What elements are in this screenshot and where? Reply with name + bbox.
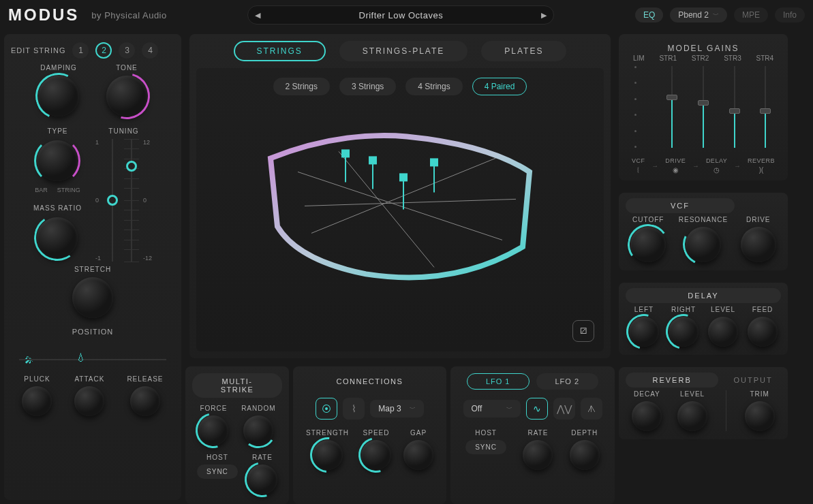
model-gains-title: MODEL GAINS bbox=[626, 41, 781, 54]
connection-mode-spring[interactable]: ⌇ bbox=[343, 398, 365, 420]
lfo-sync-button[interactable]: SYNC bbox=[465, 440, 506, 454]
tab-plates[interactable]: PLATES bbox=[481, 41, 566, 61]
mass-ratio-knob[interactable] bbox=[37, 217, 78, 258]
tuning-slider-fine[interactable] bbox=[124, 139, 139, 262]
preset-bar[interactable]: ◀ Drifter Low Octaves ▶ bbox=[247, 5, 554, 25]
tuning-l-mid: 0 bbox=[95, 197, 101, 204]
string-tab-4[interactable]: 4 bbox=[142, 42, 158, 59]
svg-line-3 bbox=[339, 151, 434, 267]
resonance-knob[interactable] bbox=[686, 227, 721, 262]
vcf-title[interactable]: VCF bbox=[626, 198, 735, 213]
random-knob[interactable] bbox=[243, 415, 273, 445]
gain-slider-str4[interactable] bbox=[763, 66, 768, 148]
multistrike-sync-button[interactable]: SYNC bbox=[197, 464, 238, 479]
reverb-title[interactable]: REVERB bbox=[626, 373, 718, 388]
mpe-button[interactable]: MPE bbox=[734, 7, 768, 22]
string-tab-3[interactable]: 3 bbox=[119, 42, 135, 59]
byline: by Physical Audio bbox=[91, 10, 166, 20]
fx-chain-vcf[interactable]: VCF⧙ bbox=[632, 157, 645, 174]
lfo-tab-1[interactable]: LFO 1 bbox=[467, 373, 530, 390]
string-tab-2[interactable]: 2 bbox=[95, 42, 112, 59]
position-thumb-icon[interactable]: 💧︎ bbox=[76, 352, 86, 363]
release-knob[interactable] bbox=[130, 386, 160, 416]
delay-left-label: LEFT bbox=[634, 306, 654, 313]
gap-knob[interactable] bbox=[403, 440, 433, 470]
gain-label-lim: LIM bbox=[633, 54, 645, 62]
fx-chain-reverb[interactable]: REVERB)( bbox=[748, 157, 775, 174]
strength-label: STRENGTH bbox=[306, 429, 349, 437]
gain-slider-str1[interactable] bbox=[669, 66, 675, 148]
pbend-dropdown[interactable]: Pbend 2 ﹀ bbox=[670, 7, 727, 22]
subtab-4-strings[interactable]: 4 Strings bbox=[405, 78, 462, 95]
string-tab-1[interactable]: 1 bbox=[72, 42, 89, 59]
gain-label-str2: STR2 bbox=[692, 54, 709, 62]
cutoff-knob[interactable] bbox=[630, 227, 666, 262]
lfo-wave-triangle[interactable]: ⋀⋁ bbox=[553, 398, 575, 420]
reverb-level-knob[interactable] bbox=[677, 401, 707, 431]
reverb-decay-knob[interactable] bbox=[632, 401, 662, 431]
lfo-target-dropdown[interactable]: Off ﹀ bbox=[463, 400, 521, 418]
randomize-button[interactable]: ⚂ bbox=[572, 320, 594, 342]
pbend-label: Pbend 2 bbox=[678, 10, 709, 20]
type-knob[interactable] bbox=[37, 140, 78, 181]
gain-slider-str3[interactable] bbox=[732, 66, 737, 148]
subtab-3-strings[interactable]: 3 Strings bbox=[339, 78, 396, 95]
tuning-slider-coarse[interactable] bbox=[105, 139, 120, 262]
tab-strings[interactable]: STRINGS bbox=[234, 41, 326, 61]
fx-chain-delay[interactable]: DELAY◷ bbox=[706, 157, 727, 174]
vcf-drive-knob[interactable] bbox=[741, 227, 776, 262]
map-label: Map 3 bbox=[378, 404, 401, 413]
speed-knob[interactable] bbox=[361, 440, 391, 470]
triangle-icon: ⋀⋁ bbox=[557, 403, 572, 414]
lfo-target-label: Off bbox=[472, 404, 482, 413]
connection-map-dropdown[interactable]: Map 3 ﹀ bbox=[370, 400, 423, 418]
delay-title[interactable]: DELAY bbox=[626, 288, 781, 303]
tone-knob[interactable] bbox=[106, 76, 147, 116]
tuning-l-bot: -1 bbox=[95, 255, 101, 262]
force-knob[interactable] bbox=[198, 415, 228, 445]
eq-button[interactable]: EQ bbox=[635, 7, 663, 22]
svg-rect-9 bbox=[431, 159, 438, 166]
subtab-2-strings[interactable]: 2 Strings bbox=[273, 78, 330, 95]
multistrike-rate-knob[interactable] bbox=[247, 464, 277, 494]
string-editor-panel: EDIT STRING 1 2 3 4 DAMPING TONE TYPE BA… bbox=[4, 34, 181, 500]
reverb-level-label: LEVEL bbox=[680, 390, 705, 398]
lfo-wave-sine[interactable]: ∿ bbox=[526, 398, 548, 420]
info-button[interactable]: Info bbox=[775, 7, 805, 22]
tab-strings-plate[interactable]: STRINGS-PLATE bbox=[339, 41, 467, 61]
preset-prev-button[interactable]: ◀ bbox=[255, 11, 260, 20]
fx-chain-drive[interactable]: DRIVE◉ bbox=[665, 157, 686, 174]
arrow-icon: → bbox=[692, 162, 699, 170]
type-label: TYPE bbox=[47, 127, 67, 135]
gain-label-str3: STR3 bbox=[724, 54, 741, 62]
lfo-tab-2[interactable]: LFO 2 bbox=[536, 373, 599, 390]
lfo-wave-random[interactable]: ⩚ bbox=[581, 398, 602, 420]
stretch-label: STRETCH bbox=[74, 266, 111, 273]
app-logo: MODUS bbox=[8, 5, 79, 25]
tuning-l-top: 1 bbox=[95, 139, 101, 146]
reverb-decay-label: DECAY bbox=[634, 390, 660, 398]
subtab-4-paired[interactable]: 4 Paired bbox=[472, 78, 527, 95]
pluck-knob[interactable] bbox=[22, 386, 52, 416]
position-slider[interactable]: 🎤︎ 💧︎ bbox=[19, 338, 166, 366]
output-trim-knob[interactable] bbox=[745, 401, 775, 431]
delay-right-knob[interactable] bbox=[669, 317, 699, 347]
preset-name[interactable]: Drifter Low Octaves bbox=[260, 10, 541, 20]
delay-left-knob[interactable] bbox=[629, 317, 659, 347]
lfo-depth-knob[interactable] bbox=[570, 440, 600, 470]
attack-knob[interactable] bbox=[74, 386, 104, 416]
delay-level-knob[interactable] bbox=[708, 317, 738, 347]
delay-icon: ◷ bbox=[714, 166, 720, 174]
multistrike-title[interactable]: MULTI-STRIKE bbox=[192, 373, 282, 398]
lfo-rate-knob[interactable] bbox=[523, 440, 553, 470]
tuning-r-mid: 0 bbox=[143, 197, 152, 204]
damping-knob[interactable] bbox=[38, 76, 79, 116]
connections-title: CONNECTIONS bbox=[300, 373, 440, 390]
delay-feedback-knob[interactable] bbox=[748, 317, 778, 347]
strength-knob[interactable] bbox=[313, 440, 343, 470]
preset-next-button[interactable]: ▶ bbox=[541, 11, 547, 20]
connection-mode-mass[interactable]: ⦿ bbox=[316, 398, 337, 420]
gain-slider-str2[interactable] bbox=[701, 66, 706, 148]
tone-label: TONE bbox=[116, 64, 138, 72]
stretch-knob[interactable] bbox=[72, 277, 113, 318]
